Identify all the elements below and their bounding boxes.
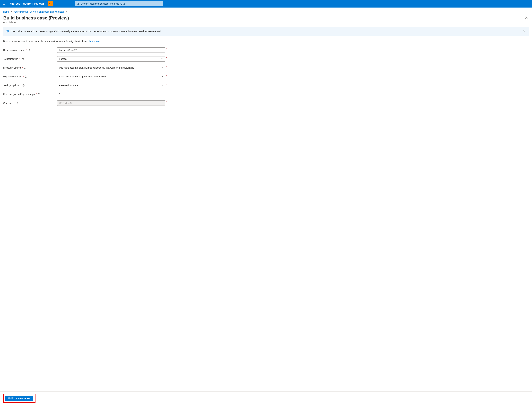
heading-row: Build business case (Preview) ··· bbox=[3, 15, 529, 21]
required-asterisk: * bbox=[26, 49, 27, 51]
row-location: Target location * East US * bbox=[3, 56, 167, 61]
search-input[interactable] bbox=[81, 2, 162, 5]
label-currency-text: Currency bbox=[3, 102, 13, 104]
svg-point-3 bbox=[50, 3, 51, 5]
required-asterisk: * bbox=[20, 58, 20, 60]
svg-point-12 bbox=[77, 3, 79, 4]
heading-left: Build business case (Preview) ··· bbox=[3, 15, 76, 21]
currency-value: US Dollar ($) bbox=[59, 102, 72, 104]
info-icon[interactable] bbox=[21, 58, 24, 60]
row-strategy: Migration strategy * Azure recommended a… bbox=[3, 74, 167, 79]
chevron-right-icon bbox=[11, 10, 12, 13]
chevron-down-icon bbox=[161, 67, 163, 69]
page-title: Build business case (Preview) bbox=[3, 15, 69, 21]
chevron-down-icon bbox=[161, 75, 163, 78]
info-icon[interactable] bbox=[16, 102, 18, 104]
info-banner: The business case will be created using … bbox=[3, 27, 529, 36]
label-discount-text: Discount (%) on Pay as you go bbox=[3, 93, 35, 95]
intro-body: Build a business case to understand the … bbox=[3, 40, 89, 42]
discount-input[interactable] bbox=[57, 92, 165, 97]
more-actions-button[interactable]: ··· bbox=[71, 16, 76, 20]
required-asterisk: * bbox=[166, 74, 167, 77]
info-icon bbox=[6, 30, 9, 33]
chevron-down-icon bbox=[161, 84, 163, 87]
page-subtitle: Azure Migrate bbox=[3, 21, 529, 23]
svg-line-13 bbox=[78, 4, 79, 5]
highlight-annotation: Build business case bbox=[3, 394, 35, 403]
content: Home Azure Migrate | Servers, databases … bbox=[0, 7, 532, 392]
hamburger-icon bbox=[2, 2, 5, 5]
bug-icon bbox=[49, 2, 52, 5]
migration-strategy-select[interactable]: Azure recommended approach to minimize c… bbox=[57, 74, 165, 79]
savings-options-select[interactable]: Reserved Instance bbox=[57, 83, 165, 88]
search-wrap bbox=[75, 1, 163, 6]
chevron-down-icon bbox=[161, 58, 163, 60]
row-discovery: Discovery source * Use more accurate dat… bbox=[3, 65, 167, 70]
svg-line-11 bbox=[51, 2, 51, 3]
svg-line-4 bbox=[50, 3, 50, 4]
label-location: Target location * bbox=[3, 58, 54, 60]
close-blade-button[interactable] bbox=[524, 15, 529, 20]
info-icon[interactable] bbox=[25, 75, 27, 78]
form: Business case name * * Target location *… bbox=[3, 47, 167, 106]
search-box[interactable] bbox=[75, 1, 163, 6]
discovery-source-value: Use more accurate data insights collecte… bbox=[59, 67, 134, 69]
label-location-text: Target location bbox=[3, 58, 18, 60]
required-asterisk: * bbox=[166, 101, 167, 103]
build-business-case-button[interactable]: Build business case bbox=[5, 396, 33, 401]
label-savings-text: Savings options bbox=[3, 84, 20, 87]
label-discount: Discount (%) on Pay as you go * bbox=[3, 93, 54, 95]
report-bug-button[interactable] bbox=[48, 1, 53, 6]
row-name: Business case name * * bbox=[3, 47, 167, 53]
currency-select: US Dollar ($) bbox=[57, 101, 165, 106]
svg-line-10 bbox=[50, 2, 51, 3]
savings-options-value: Reserved Instance bbox=[59, 84, 78, 87]
learn-more-link[interactable]: Learn more bbox=[89, 40, 101, 42]
svg-point-18 bbox=[7, 30, 7, 31]
breadcrumb: Home Azure Migrate | Servers, databases … bbox=[3, 10, 529, 13]
required-asterisk: * bbox=[14, 102, 15, 104]
banner-text: The business case will be created using … bbox=[11, 30, 520, 33]
search-icon bbox=[77, 2, 79, 5]
label-discovery-text: Discovery source bbox=[3, 67, 21, 69]
label-name-text: Business case name bbox=[3, 49, 24, 51]
hamburger-menu-button[interactable] bbox=[1, 1, 7, 6]
label-currency: Currency * bbox=[3, 102, 54, 104]
row-savings: Savings options * Reserved Instance * bbox=[3, 83, 167, 88]
info-icon[interactable] bbox=[28, 49, 30, 51]
label-discovery: Discovery source * bbox=[3, 67, 54, 69]
close-icon bbox=[523, 30, 525, 32]
label-strategy: Migration strategy * bbox=[3, 75, 54, 78]
banner-close-button[interactable] bbox=[523, 29, 526, 33]
svg-point-26 bbox=[22, 58, 23, 59]
breadcrumb-migrate[interactable]: Azure Migrate | Servers, databases and w… bbox=[13, 10, 64, 13]
target-location-select[interactable]: East US bbox=[57, 56, 165, 61]
label-savings: Savings options * bbox=[3, 84, 54, 87]
info-icon[interactable] bbox=[24, 67, 26, 69]
discovery-source-select[interactable]: Use more accurate data insights collecte… bbox=[57, 65, 165, 70]
chevron-down-icon bbox=[161, 102, 163, 104]
label-strategy-text: Migration strategy bbox=[3, 75, 21, 78]
intro-text: Build a business case to understand the … bbox=[3, 40, 529, 42]
target-location-value: East US bbox=[59, 58, 67, 60]
svg-line-9 bbox=[51, 5, 52, 5]
chevron-right-icon bbox=[66, 10, 67, 13]
svg-line-5 bbox=[51, 3, 52, 4]
required-asterisk: * bbox=[166, 83, 167, 86]
migration-strategy-value: Azure recommended approach to minimize c… bbox=[59, 75, 107, 78]
required-asterisk: * bbox=[36, 93, 37, 95]
svg-line-8 bbox=[50, 5, 50, 5]
svg-point-35 bbox=[24, 85, 24, 85]
svg-point-29 bbox=[25, 67, 25, 68]
label-name: Business case name * bbox=[3, 49, 54, 51]
required-asterisk: * bbox=[166, 66, 167, 68]
business-case-name-input[interactable] bbox=[57, 47, 165, 53]
required-asterisk: * bbox=[23, 75, 24, 78]
info-icon[interactable] bbox=[23, 84, 25, 87]
info-icon[interactable] bbox=[38, 93, 40, 95]
topbar: Microsoft Azure (Preview) bbox=[0, 0, 532, 7]
required-asterisk: * bbox=[166, 48, 167, 50]
breadcrumb-home[interactable]: Home bbox=[3, 10, 9, 13]
brand-label[interactable]: Microsoft Azure (Preview) bbox=[8, 2, 45, 5]
required-asterisk: * bbox=[21, 84, 22, 87]
